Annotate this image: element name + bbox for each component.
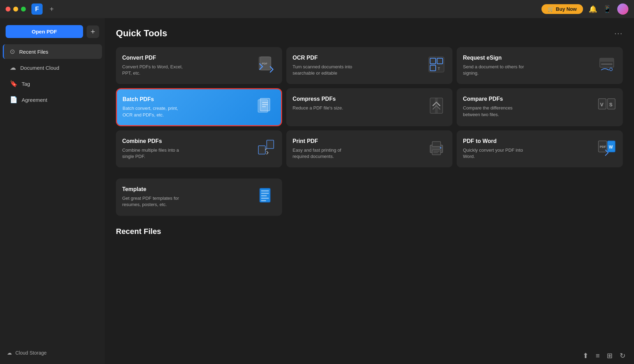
tool-card-pdf-to-word[interactable]: PDF to Word Quickly convert your PDF int…: [457, 130, 623, 167]
tool-card-combine-pdfs[interactable]: Combine PDFs Combine multiple files into…: [116, 130, 282, 167]
titlebar-right: 🛒 Buy Now 🔔 📱: [541, 3, 628, 15]
upload-icon[interactable]: ⬆: [583, 351, 589, 360]
svg-text:PDF: PDF: [262, 62, 267, 65]
svg-rect-28: [433, 151, 440, 152]
tool-card-template[interactable]: Template Get great PDF templates for res…: [116, 179, 282, 215]
sidebar-item-label: Agreement: [22, 97, 47, 103]
buy-now-button[interactable]: 🛒 Buy Now: [541, 4, 583, 14]
tool-desc: Compare the differences between two file…: [463, 105, 526, 117]
cloud-storage-icon: ☁: [7, 350, 12, 356]
svg-rect-37: [261, 193, 269, 194]
tool-card-batch-pdfs[interactable]: Batch PDFs Batch convert, create, print,…: [116, 88, 282, 126]
tag-icon: 🔖: [10, 80, 17, 88]
tool-card-request-esign[interactable]: Request eSign Send a document to others …: [457, 47, 623, 84]
svg-text:V: V: [600, 102, 604, 107]
svg-rect-10: [601, 63, 612, 65]
tool-card-ocr-pdf[interactable]: OCR PDF Turn scanned documents into sear…: [286, 47, 452, 84]
svg-point-11: [610, 68, 612, 71]
esign-icon: [597, 55, 617, 74]
content-header: Quick Tools ···: [116, 28, 623, 39]
tool-title: PDF to Word: [463, 138, 526, 144]
sidebar-item-label: Tag: [22, 81, 30, 87]
tool-desc: Get great PDF templates for resumes, pos…: [122, 195, 185, 208]
tool-desc: Batch convert, create, print, OCR and PD…: [123, 105, 185, 118]
tool-title: Request eSign: [463, 55, 526, 61]
tool-title: Compare PDFs: [463, 96, 526, 102]
svg-rect-9: [600, 58, 614, 62]
template-icon: [256, 186, 276, 206]
mobile-icon[interactable]: 📱: [603, 5, 612, 13]
grid-view-icon[interactable]: ⊞: [607, 351, 613, 360]
main-content: Quick Tools ··· Convert PDF Convert PDFs…: [105, 18, 634, 364]
sidebar: Open PDF + ⊙ Recent Files ☁ Document Clo…: [0, 18, 105, 364]
tool-desc: Convert PDFs to Word, Excel, PPT, etc.: [122, 64, 185, 76]
tool-title: Batch PDFs: [123, 96, 185, 103]
print-pdf-icon: [427, 138, 446, 158]
main-layout: Open PDF + ⊙ Recent Files ☁ Document Clo…: [0, 18, 634, 364]
svg-rect-18: [435, 98, 438, 113]
quick-tools-title: Quick Tools: [116, 28, 167, 39]
tool-card-print-pdf[interactable]: Print PDF Easy and fast printing of requ…: [286, 130, 452, 167]
svg-rect-36: [261, 190, 269, 191]
svg-point-30: [440, 147, 441, 149]
pdf-to-word-icon: PDF W: [597, 138, 617, 158]
cloud-storage-label: Cloud Storage: [15, 350, 47, 356]
sidebar-item-tag[interactable]: 🔖 Tag: [3, 76, 102, 91]
svg-text:S: S: [609, 102, 612, 107]
tool-title: Print PDF: [293, 138, 355, 144]
sidebar-item-label: Recent Files: [19, 49, 48, 55]
cart-icon: 🛒: [548, 6, 554, 12]
refresh-icon[interactable]: ↻: [620, 351, 626, 360]
cloud-storage-item[interactable]: ☁ Cloud Storage: [0, 346, 105, 360]
svg-rect-29: [433, 152, 438, 153]
new-tab-button[interactable]: +: [47, 4, 57, 14]
svg-rect-24: [267, 140, 274, 149]
close-button[interactable]: [6, 7, 10, 12]
avatar[interactable]: [617, 3, 628, 15]
sidebar-item-label: Document Cloud: [20, 65, 59, 71]
tool-desc: Easy and fast printing of required docum…: [293, 147, 355, 160]
recent-files-title: Recent Files: [116, 227, 623, 236]
svg-text:PDF: PDF: [600, 145, 606, 149]
tool-card-compress-pdfs[interactable]: Compress PDFs Reduce a PDF file's size.: [286, 88, 452, 126]
svg-rect-26: [432, 142, 441, 146]
tool-card-compare-pdfs[interactable]: Compare PDFs Compare the differences bet…: [457, 88, 623, 126]
svg-rect-23: [258, 146, 265, 154]
notification-icon[interactable]: 🔔: [589, 5, 597, 13]
document-cloud-icon: ☁: [10, 64, 16, 71]
compare-pdfs-icon: V S: [597, 96, 617, 115]
buy-now-label: Buy Now: [556, 6, 577, 12]
tool-desc: Combine multiple files into a single PDF…: [122, 147, 185, 160]
tool-desc: Send a document to others for signing.: [463, 64, 526, 76]
list-view-icon[interactable]: ≡: [596, 352, 600, 360]
svg-rect-3: [429, 57, 444, 72]
combine-pdfs-icon: [256, 138, 276, 158]
maximize-button[interactable]: [21, 7, 26, 12]
more-options-button[interactable]: ···: [614, 29, 623, 38]
app-icon: F: [31, 3, 43, 15]
minimize-button[interactable]: [13, 7, 18, 12]
titlebar: F + 🛒 Buy Now 🔔 📱: [0, 0, 634, 18]
sidebar-item-document-cloud[interactable]: ☁ Document Cloud: [3, 60, 102, 75]
tool-card-convert-pdf[interactable]: Convert PDF Convert PDFs to Word, Excel,…: [116, 47, 282, 84]
sidebar-item-recent-files[interactable]: ⊙ Recent Files: [3, 44, 102, 59]
batch-pdfs-icon: [256, 96, 275, 116]
compress-pdfs-icon: [427, 96, 446, 115]
add-button[interactable]: +: [87, 25, 99, 38]
tool-title: Combine PDFs: [122, 138, 185, 144]
sidebar-item-agreement[interactable]: 📄 Agreement: [3, 92, 102, 107]
open-pdf-button[interactable]: Open PDF: [6, 25, 83, 38]
recent-files-icon: ⊙: [10, 48, 15, 55]
ocr-pdf-icon: T: [427, 55, 446, 74]
svg-text:W: W: [609, 145, 613, 150]
sidebar-top: Open PDF +: [0, 22, 105, 44]
svg-rect-40: [261, 200, 266, 201]
tool-desc: Quickly convert your PDF into Word.: [463, 147, 526, 160]
tool-desc: Turn scanned documents into searchable o…: [293, 64, 355, 76]
svg-rect-38: [261, 195, 267, 196]
traffic-lights: [6, 7, 26, 12]
bottom-toolbar: ⬆ ≡ ⊞ ↻: [583, 351, 626, 360]
tool-desc: Reduce a PDF file's size.: [293, 105, 343, 111]
tool-title: Convert PDF: [122, 55, 185, 61]
convert-pdf-icon: PDF: [256, 55, 276, 74]
